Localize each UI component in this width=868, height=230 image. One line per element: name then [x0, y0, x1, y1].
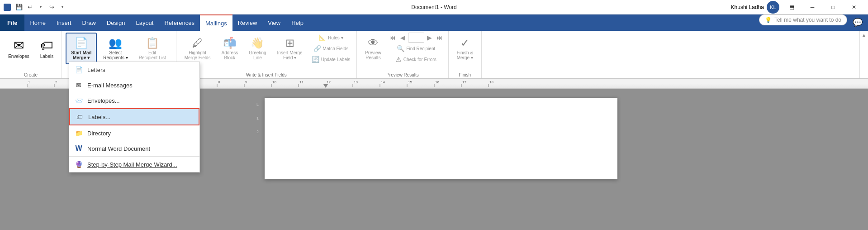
- find-recipient-label: Find Recipient: [406, 46, 435, 51]
- edit-recipient-list-button[interactable]: 📋 EditRecipient List: [134, 33, 171, 64]
- labels-dropdown-icon: 🏷: [76, 113, 84, 121]
- greeting-line-icon: 👋: [251, 37, 264, 49]
- email-messages-label: E-mail Messages: [87, 82, 133, 89]
- finish-merge-icon: ✓: [460, 37, 470, 49]
- undo-button[interactable]: ↩: [25, 3, 34, 12]
- dropdown-email-messages[interactable]: ✉ E-mail Messages: [69, 77, 199, 93]
- ribbon-group-create: ✉ Envelopes 🏷 Labels Create: [0, 31, 62, 78]
- check-errors-button[interactable]: ⚠ Check for Errors: [388, 54, 445, 64]
- menu-draw[interactable]: Draw: [77, 14, 101, 31]
- svg-text:8: 8: [218, 80, 220, 84]
- dropdown-directory[interactable]: 📁 Directory: [69, 125, 199, 141]
- prev-record-button[interactable]: ◀: [398, 33, 407, 42]
- title-bar: 💾 ↩ ▾ ↪ ▾ Document1 - Word Khushi Ladha …: [0, 0, 868, 14]
- ribbon-group-preview: 👁 PreviewResults ⏮ ◀ ▶ ⏭: [357, 31, 449, 78]
- envelope-icon: 📨: [75, 96, 83, 105]
- dropdown-normal-word[interactable]: W Normal Word Document: [69, 141, 199, 156]
- letters-icon: 📄: [75, 66, 83, 74]
- preview-results-button[interactable]: 👁 PreviewResults: [360, 33, 386, 64]
- address-block-button[interactable]: 📬 AddressBlock: [217, 33, 243, 64]
- title-bar-right: Khushi Ladha KL ⬒ ─ □ ✕: [731, 0, 864, 14]
- menu-mailings[interactable]: Mailings: [200, 14, 232, 31]
- last-record-button[interactable]: ⏭: [435, 33, 445, 42]
- labels-label: Labels: [40, 54, 53, 59]
- directory-label: Directory: [87, 130, 111, 137]
- rules-icon: 📐: [318, 34, 326, 41]
- title-bar-left: 💾 ↩ ▾ ↪ ▾: [4, 3, 67, 12]
- menu-help[interactable]: Help: [286, 14, 309, 31]
- ribbon-display-options[interactable]: ⬒: [781, 0, 802, 14]
- start-merge-label: Start MailMerge ▾: [71, 50, 91, 60]
- match-fields-label: Match Fields: [323, 46, 349, 51]
- maximize-button[interactable]: □: [823, 0, 844, 14]
- match-fields-button[interactable]: 🔗 Match Fields: [309, 43, 353, 53]
- write-insert-col: 📐 Rules ▾ 🔗 Match Fields 🔄 Update Labels: [309, 33, 353, 64]
- ribbon-group-write-insert: 🖊 HighlightMerge Fields 📬 AddressBlock 👋…: [176, 31, 357, 78]
- menu-review[interactable]: Review: [232, 14, 263, 31]
- select-recipients-icon: 👥: [109, 37, 122, 49]
- preview-results-icon: 👁: [368, 37, 379, 49]
- menu-view[interactable]: View: [262, 14, 286, 31]
- close-button[interactable]: ✕: [844, 0, 864, 14]
- dropdown-envelopes[interactable]: 📨 Envelopes...: [69, 93, 199, 108]
- ribbon: ✉ Envelopes 🏷 Labels Create 📄 Start Mail…: [0, 31, 868, 79]
- svg-text:1: 1: [28, 80, 30, 84]
- record-number-input[interactable]: [408, 33, 424, 43]
- insert-merge-field-icon: ⊞: [285, 37, 294, 49]
- margin-ruler-1: 1: [256, 116, 259, 120]
- menu-file[interactable]: File: [0, 14, 24, 31]
- dropdown-letters[interactable]: 📄 Letters: [69, 62, 199, 77]
- menu-design[interactable]: Design: [101, 14, 130, 31]
- labels-dropdown-label: Labels...: [88, 114, 110, 120]
- wizard-label: Step-by-Step Mail Merge Wizard...: [87, 161, 177, 168]
- highlight-merge-fields-button[interactable]: 🖊 HighlightMerge Fields: [180, 33, 215, 64]
- menu-references[interactable]: References: [159, 14, 199, 31]
- user-name: Khushi Ladha: [731, 4, 764, 10]
- redo-button[interactable]: ↪: [47, 3, 56, 12]
- labels-button[interactable]: 🏷 Labels: [36, 33, 58, 64]
- highlight-merge-fields-label: HighlightMerge Fields: [185, 50, 211, 60]
- envelopes-button[interactable]: ✉ Envelopes: [4, 33, 34, 64]
- finish-merge-label: Finish &Merge ▾: [457, 50, 473, 60]
- menu-insert[interactable]: Insert: [51, 14, 77, 31]
- finish-merge-button[interactable]: ✓ Finish &Merge ▾: [452, 33, 478, 64]
- find-recipient-icon: 🔍: [397, 45, 404, 52]
- start-mail-merge-button[interactable]: 📄 Start MailMerge ▾: [66, 33, 97, 64]
- svg-text:14: 14: [381, 80, 385, 84]
- greeting-line-button[interactable]: 👋 GreetingLine: [244, 33, 270, 64]
- edit-recipient-list-icon: 📋: [146, 37, 159, 49]
- edit-recipient-list-label: EditRecipient List: [139, 50, 166, 60]
- dropdown-labels[interactable]: 🏷 Labels...: [69, 108, 199, 125]
- rules-label: Rules ▾: [328, 35, 343, 40]
- create-group-content: ✉ Envelopes 🏷 Labels: [4, 33, 58, 72]
- insert-merge-field-button[interactable]: ⊞ Insert MergeField ▾: [273, 33, 307, 64]
- svg-text:13: 13: [354, 80, 358, 84]
- word-doc-icon: W: [75, 144, 83, 153]
- next-record-button[interactable]: ▶: [425, 33, 434, 42]
- menu-home[interactable]: Home: [24, 14, 51, 31]
- first-record-button[interactable]: ⏮: [388, 33, 398, 42]
- minimize-button[interactable]: ─: [802, 0, 823, 14]
- svg-text:16: 16: [435, 80, 439, 84]
- rules-button[interactable]: 📐 Rules ▾: [309, 33, 353, 43]
- save-button[interactable]: 💾: [14, 3, 24, 12]
- customize-quick-access[interactable]: ▾: [58, 3, 67, 12]
- ribbon-group-finish: ✓ Finish &Merge ▾ Finish: [449, 31, 482, 78]
- undo-dropdown[interactable]: ▾: [36, 3, 45, 12]
- find-recipient-button[interactable]: 🔍 Find Recipient: [388, 43, 445, 53]
- first-record-icon: ⏮: [389, 34, 396, 41]
- directory-icon: 📁: [75, 129, 83, 137]
- start-merge-icon: 📄: [75, 37, 88, 49]
- dropdown-wizard[interactable]: 🔮 Step-by-Step Mail Merge Wizard...: [69, 157, 199, 172]
- menu-layout[interactable]: Layout: [130, 14, 159, 31]
- tell-me-input[interactable]: 💡 Tell me what you want to do: [759, 14, 847, 25]
- check-errors-label: Check for Errors: [403, 57, 436, 62]
- update-labels-button[interactable]: 🔄 Update Labels: [309, 54, 353, 64]
- svg-marker-36: [323, 84, 328, 88]
- document-page[interactable]: [265, 98, 617, 179]
- quick-access-toolbar: 💾 ↩ ▾ ↪ ▾: [14, 3, 67, 12]
- address-block-label: AddressBlock: [222, 50, 238, 60]
- chat-icon[interactable]: 💬: [847, 14, 868, 31]
- user-avatar[interactable]: KL: [767, 1, 779, 14]
- select-recipients-button[interactable]: 👥 SelectRecipients ▾: [99, 33, 132, 64]
